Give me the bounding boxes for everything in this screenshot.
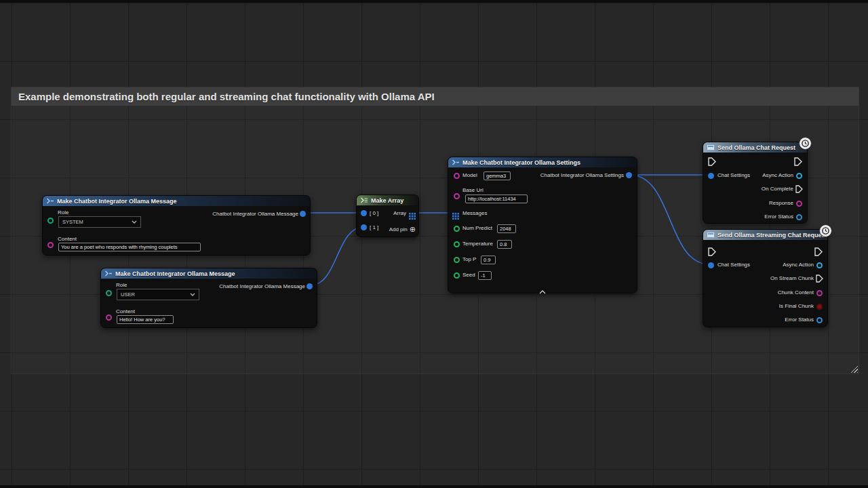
node-make-array[interactable]: Make Array [ 0 ] Array [ 1 ] Add pin ⊕: [356, 195, 419, 237]
node-title: Make Chatbot Integrator Ollama Message: [115, 270, 235, 277]
node-header[interactable]: Make Chatbot Integrator Ollama Message: [43, 196, 310, 206]
array-element-0-label: [ 0 ]: [370, 210, 378, 216]
latent-clock-icon: [819, 224, 832, 237]
node-header[interactable]: Send Ollama Chat Request: [703, 142, 807, 152]
response-label: Response: [769, 200, 793, 206]
base-url-pin[interactable]: [454, 193, 460, 199]
node-make-ollama-message-1[interactable]: Make Chatbot Integrator Ollama Message R…: [42, 195, 311, 256]
role-label: Role: [116, 282, 127, 288]
model-label: Model: [462, 172, 477, 178]
seed-pin[interactable]: [454, 272, 460, 279]
error-status-label: Error Status: [764, 214, 793, 220]
model-pin[interactable]: [454, 173, 460, 179]
num-predict-label: Num Predict: [462, 225, 492, 231]
make-struct-icon: [46, 198, 54, 204]
model-input[interactable]: gemma3: [484, 171, 511, 180]
array-element-1-pin[interactable]: [361, 224, 367, 230]
collapse-chevron-icon[interactable]: [539, 285, 546, 297]
num-predict-pin[interactable]: [454, 226, 460, 232]
response-pin[interactable]: [796, 201, 802, 207]
role-pin[interactable]: [47, 218, 54, 224]
node-title: Make Array: [371, 197, 403, 204]
role-label: Role: [58, 209, 68, 216]
content-label: Content: [116, 308, 135, 314]
chevron-down-icon: [132, 220, 137, 224]
output-label: Chatbot Integrator Ollama Message: [212, 211, 298, 217]
content-input[interactable]: You are a poet who responds with rhyming…: [58, 243, 201, 251]
temperature-pin[interactable]: [454, 241, 460, 247]
blueprint-canvas[interactable]: Example demonstrating both regular and s…: [0, 0, 868, 488]
node-title: Make Chatbot Integrator Ollama Message: [57, 198, 177, 205]
error-status-label: Error Status: [785, 317, 814, 323]
role-pin[interactable]: [106, 290, 112, 296]
content-pin[interactable]: [106, 314, 112, 321]
comment-resize-grip[interactable]: [849, 364, 858, 373]
node-make-ollama-settings[interactable]: Make Chatbot Integrator Ollama Settings …: [448, 157, 637, 293]
async-action-pin[interactable]: [816, 262, 823, 268]
content-label: Content: [58, 236, 77, 242]
seed-label: Seed: [462, 272, 475, 278]
node-title: Send Ollama Streaming Chat Request: [717, 232, 827, 239]
add-pin-label: Add pin: [389, 226, 408, 232]
chevron-down-icon: [190, 293, 195, 296]
node-send-ollama-chat-request[interactable]: Send Ollama Chat Request Chat Settings A…: [703, 142, 808, 224]
chat-settings-pin[interactable]: [708, 173, 714, 179]
chat-settings-label: Chat Settings: [717, 262, 750, 268]
comment-title[interactable]: Example demonstrating both regular and s…: [12, 87, 859, 106]
on-complete-label: On Complete: [762, 186, 793, 192]
array-output-pin[interactable]: [409, 210, 416, 222]
base-url-label: Base Url: [462, 187, 484, 193]
error-status-pin[interactable]: [816, 317, 823, 323]
role-select[interactable]: SYSTEM: [58, 216, 141, 228]
exec-out-pin[interactable]: [814, 247, 823, 259]
chat-settings-label: Chat Settings: [717, 172, 750, 178]
top-p-pin[interactable]: [454, 257, 460, 263]
async-action-label: Async Action: [783, 262, 814, 268]
chunk-content-pin[interactable]: [816, 290, 823, 296]
node-header[interactable]: Make Chatbot Integrator Ollama Settings: [448, 157, 637, 167]
on-complete-exec-pin[interactable]: [795, 184, 803, 196]
chunk-content-label: Chunk Content: [778, 289, 814, 296]
content-input[interactable]: Hello! How are you?: [117, 315, 174, 324]
top-p-label: Top P: [462, 256, 476, 262]
base-url-input[interactable]: http://localhost:11434: [465, 195, 528, 203]
node-header[interactable]: Make Array: [357, 195, 418, 205]
messages-label: Messages: [462, 210, 487, 216]
array-element-1-label: [ 1 ]: [370, 224, 378, 230]
chat-settings-pin[interactable]: [708, 262, 714, 268]
output-label: Chatbot Integrator Ollama Settings: [540, 172, 624, 178]
add-pin-icon: ⊕: [410, 226, 416, 232]
error-status-pin[interactable]: [796, 214, 802, 220]
is-final-chunk-pin[interactable]: [816, 304, 823, 310]
node-make-ollama-message-2[interactable]: Make Chatbot Integrator Ollama Message R…: [100, 268, 317, 328]
message-output-pin[interactable]: [307, 283, 313, 289]
exec-out-pin[interactable]: [794, 157, 802, 169]
exec-in-pin[interactable]: [708, 157, 716, 169]
num-predict-input[interactable]: 2048: [497, 224, 516, 233]
temperature-input[interactable]: 0.8: [497, 240, 512, 249]
on-stream-chunk-exec-pin[interactable]: [816, 273, 823, 285]
message-output-pin[interactable]: [300, 211, 306, 217]
on-stream-chunk-label: On Stream Chunk: [770, 275, 814, 281]
async-action-pin[interactable]: [796, 173, 802, 179]
array-element-0-pin[interactable]: [361, 210, 367, 216]
messages-array-pin[interactable]: [452, 210, 459, 222]
node-header[interactable]: Make Chatbot Integrator Ollama Message: [101, 268, 317, 279]
node-title: Send Ollama Chat Request: [717, 144, 795, 151]
role-selected-value: SYSTEM: [62, 219, 83, 225]
output-label: Chatbot Integrator Ollama Message: [219, 283, 305, 289]
content-pin[interactable]: [47, 242, 54, 248]
settings-output-pin[interactable]: [626, 172, 632, 178]
make-struct-icon: [452, 159, 460, 165]
top-p-input[interactable]: 0.9: [481, 256, 496, 264]
exec-in-pin[interactable]: [708, 247, 716, 259]
is-final-chunk-label: Is Final Chunk: [779, 303, 814, 309]
function-icon: [707, 232, 715, 238]
add-pin-button[interactable]: Add pin ⊕: [389, 226, 416, 232]
node-header[interactable]: Send Ollama Streaming Chat Request: [703, 230, 827, 240]
role-select[interactable]: USER: [117, 289, 199, 300]
seed-input[interactable]: -1: [478, 271, 492, 280]
node-send-ollama-streaming-chat-request[interactable]: Send Ollama Streaming Chat Request Chat …: [703, 229, 828, 327]
make-array-icon: [360, 197, 368, 203]
role-selected-value: USER: [121, 291, 135, 298]
